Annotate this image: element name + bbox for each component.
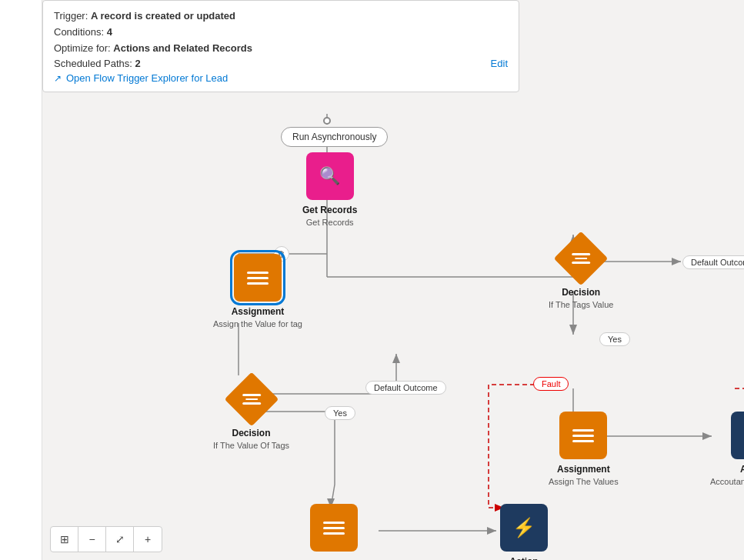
trigger-value: A record is created or updated [91,10,235,22]
fault-label-1: Fault [533,377,569,391]
minus-icon: − [88,533,95,545]
decision2-icon [557,235,605,282]
yes-label-1: Yes [325,406,355,420]
assignment3-node[interactable] [310,504,358,552]
get-records-node[interactable]: 🔍 Get Records Get Records [302,152,357,228]
action1-sublabel: AccoutancyWebinarush [710,476,744,487]
grid-icon: ⊞ [60,533,69,545]
svg-marker-9 [672,258,681,265]
fit-button[interactable]: ⤢ [106,527,134,552]
main-container: Trigger: A record is created or updated … [0,0,744,560]
assignment1-icon [234,254,282,302]
assignment3-icon [310,504,358,552]
zoom-out-button[interactable]: − [78,527,106,552]
optimize-value: Actions and Related Records [113,42,252,54]
action1-node[interactable]: ⚡ Action AccoutancyWebinarush [710,412,744,487]
conditions-value: 4 [107,26,112,38]
action2-label: Action [509,556,538,560]
action2-node[interactable]: ⚡ Action [500,504,548,560]
svg-marker-11 [569,325,577,335]
lines-icon [247,272,269,285]
get-records-label: Get Records [302,205,357,217]
decision1-label: Decision [232,428,271,440]
top-connector-dot [323,117,331,125]
run-async-pill[interactable]: Run Asynchronously [281,127,388,147]
decision1-icon [228,375,275,423]
decision2-node[interactable]: Decision If The Tags Value [549,235,613,310]
external-link-icon: ↗ [54,73,62,84]
yes-label-2: Yes [599,332,630,346]
decision1-node[interactable]: Decision If The Value Of Tags [213,375,289,451]
decision2-label: Decision [562,287,600,299]
conditions-label: Conditions: [54,26,104,38]
get-records-sublabel: Get Records [306,217,354,228]
action2-icon: ⚡ [500,504,548,552]
optimize-row: Optimize for: Actions and Related Record… [54,41,508,57]
trigger-row: Trigger: A record is created or updated [54,8,508,25]
edit-link[interactable]: Edit [491,58,508,69]
grid-button[interactable]: ⊞ [51,527,78,552]
trigger-link[interactable]: ↗ Open Flow Trigger Explorer for Lead [54,72,508,84]
default-outcome-label-2: Default Outcome [682,255,744,269]
action1-label: Action [740,464,744,476]
scheduled-text: Scheduled Paths: 2 [54,58,141,69]
trigger-label: Trigger: [54,10,88,22]
scheduled-row: Scheduled Paths: 2 Edit [54,58,508,69]
assignment2-node[interactable]: Assignment Assign The Values [549,412,619,487]
plus-icon: + [145,533,151,545]
assignment2-label: Assignment [557,464,610,476]
bottom-toolbar: ⊞ − ⤢ + [50,526,162,552]
run-async-node[interactable]: Run Asynchronously [281,127,388,147]
lines-icon-2 [572,429,594,442]
info-panel: Trigger: A record is created or updated … [42,0,519,92]
assignment1-label: Assignment [232,306,285,318]
left-sidebar [0,0,42,560]
zoom-in-button[interactable]: + [134,527,162,552]
search-icon: 🔍 [319,166,340,186]
default-outcome-label-1: Default Outcome [365,381,446,395]
lines-icon-3 [323,522,345,535]
assignment2-icon [559,412,607,459]
conditions-row: Conditions: 4 [54,25,508,41]
fit-icon: ⤢ [115,533,125,545]
assignment1-sublabel: Assign the Value for tag [213,318,302,329]
decision1-sublabel: If The Value Of Tags [213,440,289,451]
get-records-icon: 🔍 [306,152,354,200]
svg-marker-27 [487,527,496,535]
assignment2-sublabel: Assign The Values [549,476,619,487]
lightning-icon-2: ⚡ [512,517,535,538]
svg-marker-25 [392,354,400,363]
optimize-label: Optimize for: [54,42,111,54]
assignment1-node[interactable]: 🗑 Assignment Assign the Value for tag [213,254,302,329]
action1-icon: ⚡ [731,412,744,459]
decision2-sublabel: If The Tags Value [549,299,613,310]
